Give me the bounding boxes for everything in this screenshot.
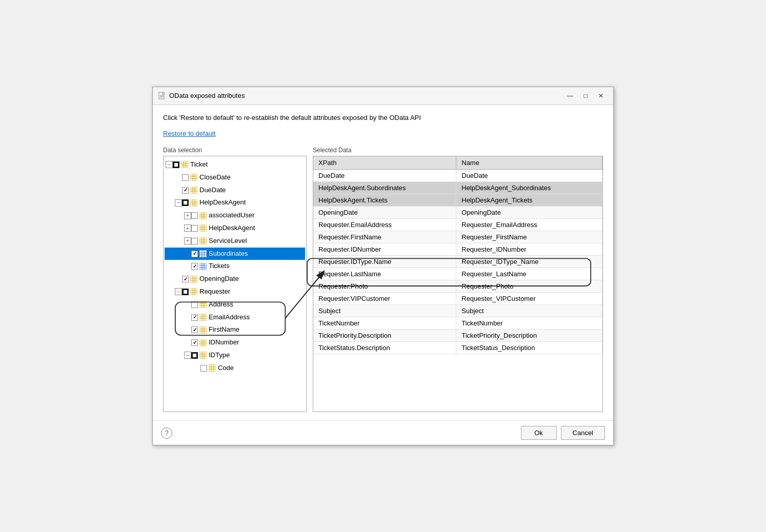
tree-node-requester[interactable]: − Requester bbox=[165, 285, 305, 298]
checkbox-idnumber[interactable] bbox=[191, 339, 198, 346]
cell-name: DueDate bbox=[456, 170, 602, 182]
checkbox-ticket[interactable] bbox=[173, 161, 179, 168]
checkbox-associated_user[interactable] bbox=[191, 212, 198, 219]
close-button[interactable]: ✕ bbox=[594, 90, 608, 101]
svg-rect-34 bbox=[199, 237, 207, 244]
title-buttons: — □ ✕ bbox=[563, 90, 608, 101]
right-panel: Selected Data XPath Name DueDateDueDateH… bbox=[313, 147, 603, 412]
tree-node-helpdeskagent2[interactable]: + HelpDeskAgent bbox=[165, 222, 305, 235]
cancel-button[interactable]: Cancel bbox=[561, 426, 605, 440]
node-icon-helpdeskagent bbox=[190, 199, 197, 207]
node-icon-subordinates bbox=[199, 250, 207, 257]
svg-rect-84 bbox=[209, 364, 216, 372]
tree-scroll-area: − Ticket CloseDate DueDate− HelpDeskAgen… bbox=[164, 156, 306, 377]
table-row[interactable]: TicketStatus.DescriptionTicketStatus_Des… bbox=[313, 342, 602, 354]
cell-xpath: Subject bbox=[313, 305, 456, 317]
svg-rect-69 bbox=[199, 326, 207, 334]
tree-node-tickets_node[interactable]: Tickets bbox=[165, 260, 305, 273]
expander-servicelevel[interactable]: + bbox=[184, 237, 191, 244]
expander-idtype[interactable]: − bbox=[184, 352, 191, 359]
svg-rect-64 bbox=[199, 314, 207, 321]
table-row[interactable]: HelpDeskAgent.SubordinatesHelpDeskAgent_… bbox=[313, 182, 602, 194]
table-row[interactable]: Requester.IDType.NameRequester_IDType_Na… bbox=[313, 256, 602, 268]
table-row[interactable]: Requester.LastNameRequester_LastName bbox=[313, 268, 602, 280]
expander-helpdeskagent[interactable]: − bbox=[175, 199, 182, 207]
checkbox-firstname[interactable] bbox=[191, 326, 198, 333]
cell-name: TicketNumber bbox=[456, 317, 602, 330]
tree-node-address[interactable]: Address bbox=[165, 298, 305, 311]
expander-requester[interactable]: − bbox=[175, 288, 182, 295]
svg-rect-24 bbox=[199, 212, 207, 219]
maximize-button[interactable]: □ bbox=[578, 90, 593, 101]
bottom-bar: ? Ok Cancel bbox=[153, 420, 613, 445]
tree-node-associated_user[interactable]: + associatedUser bbox=[165, 209, 305, 222]
checkbox-subordinates[interactable] bbox=[191, 251, 198, 257]
svg-rect-79 bbox=[199, 352, 207, 359]
svg-rect-44 bbox=[199, 263, 207, 270]
dialog-window: OData exposed attributes — □ ✕ Click 'Re… bbox=[152, 87, 614, 445]
expander-associated_user[interactable]: + bbox=[184, 212, 191, 219]
tree-node-emailaddress[interactable]: EmailAddress bbox=[165, 311, 305, 324]
table-row[interactable]: DueDateDueDate bbox=[313, 170, 602, 182]
node-label-tickets_node: Tickets bbox=[209, 261, 230, 272]
checkbox-helpdeskagent[interactable] bbox=[182, 199, 189, 206]
table-row[interactable]: SubjectSubject bbox=[313, 305, 602, 317]
tree-node-idtype[interactable]: − IDType bbox=[165, 349, 305, 362]
tree-node-ticket[interactable]: − Ticket bbox=[165, 158, 305, 171]
table-container[interactable]: XPath Name DueDateDueDateHelpDeskAgent.S… bbox=[313, 156, 603, 412]
cell-xpath: TicketStatus.Description bbox=[313, 342, 456, 354]
cell-xpath: OpeningDate bbox=[313, 207, 456, 219]
checkbox-helpdeskagent2[interactable] bbox=[191, 225, 198, 232]
cell-name: TicketPriority_Description bbox=[456, 330, 602, 342]
ok-button[interactable]: Ok bbox=[521, 426, 557, 440]
checkbox-tickets_node[interactable] bbox=[191, 263, 198, 270]
help-button[interactable]: ? bbox=[161, 427, 172, 439]
minimize-button[interactable]: — bbox=[563, 90, 577, 101]
title-bar-left: OData exposed attributes bbox=[158, 92, 245, 100]
cell-xpath: Requester.IDNumber bbox=[313, 243, 456, 256]
tree-node-firstname[interactable]: FirstName bbox=[165, 323, 305, 336]
checkbox-address[interactable] bbox=[191, 301, 198, 308]
tree-node-openingdate[interactable]: OpeningDate bbox=[165, 273, 305, 285]
table-row[interactable]: Requester.FirstNameRequester_FirstName bbox=[313, 231, 602, 243]
table-row[interactable]: TicketPriority.DescriptionTicketPriority… bbox=[313, 330, 602, 342]
table-row[interactable]: HelpDeskAgent.TicketsHelpDeskAgent_Ticke… bbox=[313, 194, 602, 207]
node-icon-code bbox=[209, 364, 216, 372]
cell-xpath: Requester.LastName bbox=[313, 268, 456, 280]
tree-node-subordinates[interactable]: Subordinates bbox=[165, 248, 305, 260]
checkbox-idtype[interactable] bbox=[191, 352, 198, 359]
checkbox-duedate[interactable] bbox=[182, 187, 189, 194]
checkbox-servicelevel[interactable] bbox=[191, 238, 198, 244]
tree-node-duedate[interactable]: DueDate bbox=[165, 184, 305, 197]
checkbox-emailaddress[interactable] bbox=[191, 314, 198, 321]
expander-ticket[interactable]: − bbox=[166, 161, 173, 168]
cell-name: Requester_IDNumber bbox=[456, 243, 602, 256]
tree-container[interactable]: − Ticket CloseDate DueDate− HelpDeskAgen… bbox=[163, 156, 307, 412]
node-label-servicelevel: ServiceLevel bbox=[209, 236, 247, 247]
tree-node-code[interactable]: Code bbox=[165, 362, 305, 375]
checkbox-requester[interactable] bbox=[182, 289, 189, 295]
cell-name: HelpDeskAgent_Subordinates bbox=[456, 182, 602, 194]
column-name: Name bbox=[456, 156, 602, 170]
expander-helpdeskagent2[interactable]: + bbox=[184, 224, 191, 232]
table-row[interactable]: Requester.VIPCustomerRequester_VIPCustom… bbox=[313, 293, 602, 305]
checkbox-code[interactable] bbox=[200, 365, 207, 372]
tree-node-helpdeskagent[interactable]: − HelpDeskAgent bbox=[165, 196, 305, 209]
selected-data-table: XPath Name DueDateDueDateHelpDeskAgent.S… bbox=[313, 156, 602, 354]
tree-node-idnumber[interactable]: IDNumber bbox=[165, 336, 305, 349]
cell-xpath: Requester.IDType.Name bbox=[313, 256, 456, 268]
table-header-row: XPath Name bbox=[313, 156, 602, 170]
restore-to-default-link[interactable]: Restore to default bbox=[163, 130, 603, 137]
table-row[interactable]: Requester.EmailAddressRequester_EmailAdd… bbox=[313, 219, 602, 231]
table-row[interactable]: Requester.PhotoRequester_Photo bbox=[313, 280, 602, 293]
checkbox-closedate[interactable] bbox=[182, 174, 189, 181]
table-row[interactable]: OpeningDateOpeningDate bbox=[313, 207, 602, 219]
table-row[interactable]: Requester.IDNumberRequester_IDNumber bbox=[313, 243, 602, 256]
node-label-requester: Requester bbox=[199, 287, 230, 297]
node-label-closedate: CloseDate bbox=[199, 172, 231, 183]
cell-xpath: Requester.VIPCustomer bbox=[313, 293, 456, 305]
table-row[interactable]: TicketNumberTicketNumber bbox=[313, 317, 602, 330]
tree-node-closedate[interactable]: CloseDate bbox=[165, 171, 305, 184]
tree-node-servicelevel[interactable]: + ServiceLevel bbox=[165, 235, 305, 248]
checkbox-openingdate[interactable] bbox=[182, 276, 189, 282]
